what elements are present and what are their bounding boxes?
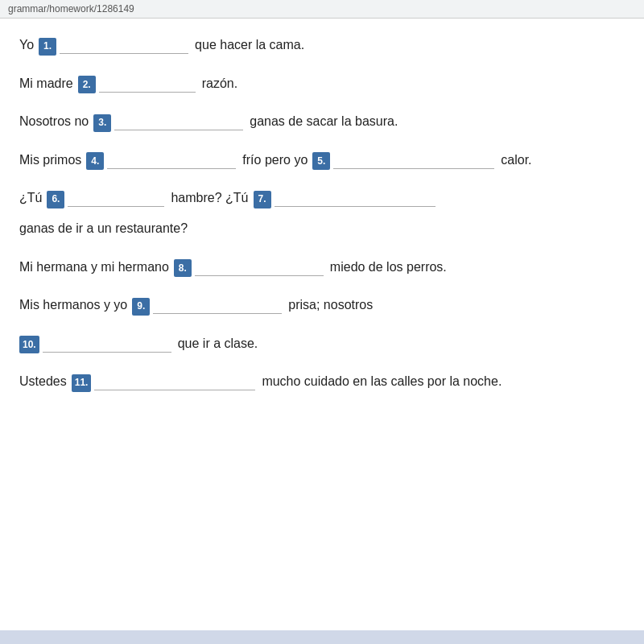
number-badge-11: 11.	[72, 374, 92, 392]
suffix-9: prisa; nosotros	[288, 295, 373, 316]
exercise-row-11: Ustedes 11. mucho cuidado en las calles …	[19, 371, 625, 392]
answer-input-7[interactable]	[275, 189, 436, 207]
answer-input-3[interactable]	[114, 113, 243, 130]
exercise-row-3: Nosotros no 3. ganas de sacar la basura.	[19, 111, 625, 132]
number-badge-7: 7.	[254, 191, 271, 208]
number-badge-8: 8.	[174, 259, 192, 277]
answer-input-1[interactable]	[60, 36, 188, 54]
number-badge-10: 10.	[19, 336, 39, 353]
prefix-6: ¿Tú	[19, 188, 42, 208]
exercise-row-6: ¿Tú 6. hambre? ¿Tú 7.	[19, 188, 625, 208]
suffix-3: ganas de sacar la basura.	[250, 111, 398, 132]
exercise-row-9: Mis hermanos y yo 9. prisa; nosotros	[19, 295, 625, 316]
suffix-2: razón.	[202, 73, 237, 94]
answer-input-10[interactable]	[43, 335, 171, 353]
answer-input-4[interactable]	[107, 151, 236, 169]
suffix-8: miedo de los perros.	[330, 257, 447, 278]
number-badge-5: 5.	[312, 152, 330, 170]
answer-input-6[interactable]	[68, 189, 164, 207]
url-text: grammar/homework/1286149	[8, 3, 134, 14]
number-badge-4: 4.	[86, 152, 104, 170]
answer-input-5[interactable]	[333, 151, 494, 169]
prefix-11: Ustedes	[19, 371, 67, 392]
number-badge-6: 6.	[47, 191, 64, 208]
prefix-3: Nosotros no	[19, 111, 89, 132]
number-badge-1: 1.	[39, 38, 56, 56]
prefix-2: Mi madre	[19, 73, 73, 94]
browser-url-bar: grammar/homework/1286149	[0, 0, 644, 19]
answer-input-2[interactable]	[99, 75, 196, 93]
content-area: Yo 1. que hacer la cama. Mi madre 2. raz…	[0, 19, 644, 630]
answer-input-9[interactable]	[153, 296, 282, 314]
exercise-row-8: Mi hermana y mi hermano 8. miedo de los …	[19, 257, 625, 278]
prefix-1: Yo	[19, 35, 34, 56]
suffix-10: que ir a clase.	[178, 333, 258, 354]
suffix-6: hambre? ¿Tú	[171, 188, 248, 208]
suffix-1: que hacer la cama.	[195, 35, 304, 56]
prefix-4: Mis primos	[19, 150, 81, 171]
continuation-text: ganas de ir a un restaurante?	[19, 218, 188, 239]
exercise-row-4: Mis primos 4. frío pero yo 5. calor.	[19, 150, 625, 171]
answer-input-8[interactable]	[195, 258, 324, 276]
prefix-8: Mi hermana y mi hermano	[19, 257, 169, 278]
number-badge-9: 9.	[132, 298, 150, 316]
number-badge-2: 2.	[78, 76, 96, 93]
exercise-row-10: 10. que ir a clase.	[19, 333, 625, 354]
prefix-9: Mis hermanos y yo	[19, 295, 127, 316]
answer-input-11[interactable]	[94, 373, 255, 390]
suffix-4: frío pero yo	[242, 150, 308, 171]
suffix-5: calor.	[501, 150, 531, 171]
exercise-row-continuation: ganas de ir a un restaurante?	[19, 218, 625, 239]
number-badge-3: 3.	[93, 114, 111, 132]
exercise-row-2: Mi madre 2. razón.	[19, 73, 625, 94]
exercise-row-1: Yo 1. que hacer la cama.	[19, 35, 625, 56]
suffix-11: mucho cuidado en las calles por la noche…	[262, 371, 502, 392]
